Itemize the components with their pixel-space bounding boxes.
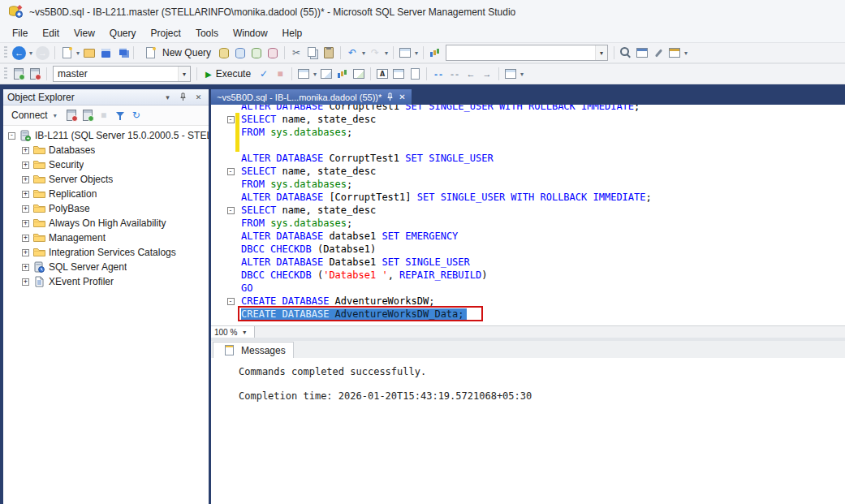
analysis-services-xmla-query-icon[interactable] <box>265 45 280 60</box>
window-position-caret-icon[interactable]: ▾ <box>162 93 174 101</box>
sqlcmd-caret[interactable]: ▾ <box>313 71 317 78</box>
tree-item-polybase[interactable]: +PolyBase <box>3 201 209 216</box>
expand-expander-icon[interactable]: + <box>22 264 29 271</box>
disconnect-server-icon[interactable] <box>64 108 79 123</box>
results-to-grid-icon[interactable] <box>391 67 406 81</box>
undo-icon[interactable]: ↶ <box>345 45 360 60</box>
document-tab[interactable]: ~vs5B0D.sql - IB-L...monika.dadool (55))… <box>211 89 412 105</box>
analysis-services-mdx-query-icon[interactable] <box>233 45 248 60</box>
tab-close-icon[interactable]: ✕ <box>399 93 405 101</box>
code-line[interactable] <box>211 139 845 152</box>
redo-caret[interactable]: ▾ <box>385 50 388 57</box>
new-query-button[interactable]: New Query <box>137 44 216 62</box>
toolbar-combobox-caret-icon[interactable]: ▾ <box>595 45 607 60</box>
tree-item-sql-server-agent[interactable]: +SQL Server Agent <box>3 260 209 274</box>
zoom-control[interactable]: 100 % ▾ <box>211 326 255 338</box>
expand-expander-icon[interactable]: + <box>22 205 29 213</box>
code-line[interactable]: ALTER DATABASE databse1 SET EMERGENCY <box>211 230 845 243</box>
connect-database-icon[interactable] <box>11 67 26 81</box>
execute-button[interactable]: ▶Execute <box>200 67 256 81</box>
filter-icon[interactable] <box>113 108 127 123</box>
object-explorer-header[interactable]: Object Explorer ▾ ✕ <box>3 89 209 106</box>
navigate-back-button[interactable]: ← <box>12 46 26 60</box>
pin-icon[interactable] <box>177 93 189 101</box>
tree-item-always-on-high-availability[interactable]: +Always On High Availability <box>3 216 209 230</box>
expand-expander-icon[interactable]: + <box>22 176 29 183</box>
analysis-services-dmx-query-icon[interactable] <box>249 45 264 60</box>
tree-item-replication[interactable]: +Replication <box>3 187 209 201</box>
paste-icon[interactable] <box>321 45 336 60</box>
tab-messages[interactable]: Messages <box>213 342 294 358</box>
open-file-icon[interactable] <box>82 45 97 60</box>
new-file-icon[interactable] <box>59 45 74 60</box>
expand-expander-icon[interactable]: + <box>22 147 29 154</box>
expand-expander-icon[interactable]: + <box>22 191 29 198</box>
redo-icon[interactable]: ↷ <box>368 45 382 60</box>
navigate-forward-button[interactable]: → <box>36 46 50 60</box>
code-line[interactable]: ALTER DATABASE CorruptTest1 SET SINGLE_U… <box>211 105 845 113</box>
sql-toolbar-overflow-caret[interactable]: ▾ <box>520 71 524 78</box>
activity-monitor-icon[interactable] <box>428 45 442 60</box>
query-designer-caret[interactable]: ▾ <box>415 50 418 57</box>
code-line[interactable]: FROM sys.databases; <box>211 217 845 230</box>
fold-collapse-icon[interactable]: - <box>227 298 235 305</box>
comment-icon[interactable] <box>431 67 446 81</box>
actual-plan-icon[interactable] <box>351 67 366 81</box>
code-line[interactable]: DBCC CHECKDB (Databse1) <box>211 243 845 256</box>
menu-view[interactable]: View <box>67 26 102 41</box>
menu-edit[interactable]: Edit <box>35 26 67 41</box>
cancel-query-icon[interactable]: ■ <box>273 67 287 81</box>
code-line[interactable]: -CREATE DATABASE AdventureWorksDW; <box>211 295 845 308</box>
close-icon[interactable]: ✕ <box>192 93 205 101</box>
code-line[interactable]: ALTER DATABASE CorruptTest1 SET SINGLE_U… <box>211 152 845 165</box>
change-connection-icon[interactable] <box>28 67 42 81</box>
outdent-icon[interactable] <box>463 67 478 81</box>
code-line[interactable]: GO <box>211 282 845 295</box>
menu-file[interactable]: File <box>5 26 35 41</box>
live-query-stats-icon[interactable] <box>335 67 350 81</box>
save-icon[interactable] <box>98 45 113 60</box>
sql-editor[interactable]: ALTER DATABASE CorruptTest1 SET SINGLE_U… <box>211 105 845 325</box>
tree-item-management[interactable]: +Management <box>3 230 209 245</box>
menu-tools[interactable]: Tools <box>188 26 226 41</box>
parse-icon[interactable]: ✓ <box>257 67 271 81</box>
fold-collapse-icon[interactable]: - <box>227 168 235 175</box>
toolbar-combobox[interactable]: ▾ <box>446 45 608 61</box>
save-all-icon[interactable] <box>114 45 129 60</box>
fold-collapse-icon[interactable]: - <box>227 116 235 123</box>
menu-project[interactable]: Project <box>144 26 188 41</box>
output-window-icon[interactable] <box>667 45 682 60</box>
find-icon[interactable] <box>619 45 633 60</box>
tree-item-security[interactable]: +Security <box>3 157 209 172</box>
expand-expander-icon[interactable]: + <box>22 235 29 242</box>
tab-pin-icon[interactable] <box>386 93 394 101</box>
cut-icon[interactable]: ✂ <box>289 45 304 60</box>
stop-icon[interactable]: ■ <box>97 108 111 123</box>
menu-window[interactable]: Window <box>226 26 275 41</box>
expand-expander-icon[interactable]: + <box>22 220 29 227</box>
menu-help[interactable]: Help <box>275 26 310 41</box>
undo-caret[interactable]: ▾ <box>362 50 365 57</box>
code-line[interactable]: FROM sys.databases; <box>211 126 845 139</box>
connect-button[interactable]: Connect▾ <box>6 108 63 123</box>
new-file-caret[interactable]: ▾ <box>76 50 80 57</box>
tree-item-ib-l211-sql-server-15-0-2000-5-stell[interactable]: -IB-L211 (SQL Server 15.0.2000.5 - STELL <box>3 128 209 143</box>
zoom-caret-icon[interactable]: ▾ <box>239 326 249 338</box>
code-line[interactable]: -SELECT name, state_desc <box>211 204 845 217</box>
database-engine-query-icon[interactable] <box>217 45 231 60</box>
tree-item-xevent-profiler[interactable]: +XEvent Profiler <box>3 274 209 289</box>
code-line[interactable]: ALTER DATABASE Databse1 SET SINGLE_USER <box>211 256 845 269</box>
expand-expander-icon[interactable]: + <box>22 249 29 256</box>
connect-server-icon[interactable] <box>80 108 95 123</box>
collapse-expander-icon[interactable]: - <box>8 132 15 140</box>
tree-item-databases[interactable]: +Databases <box>3 143 209 157</box>
query-designer-icon[interactable] <box>398 45 412 60</box>
expand-expander-icon[interactable]: + <box>22 278 29 286</box>
code-line[interactable]: CREATE DATABASE AdventureWorksDW_Data; <box>211 308 845 321</box>
horizontal-scrollbar[interactable] <box>255 326 845 338</box>
code-line[interactable]: -SELECT name, state_desc <box>211 113 845 126</box>
specify-values-icon[interactable] <box>503 67 518 81</box>
code-line[interactable]: FROM sys.databases; <box>211 178 845 191</box>
tree-item-server-objects[interactable]: +Server Objects <box>3 172 209 187</box>
results-to-file-icon[interactable] <box>407 67 422 81</box>
